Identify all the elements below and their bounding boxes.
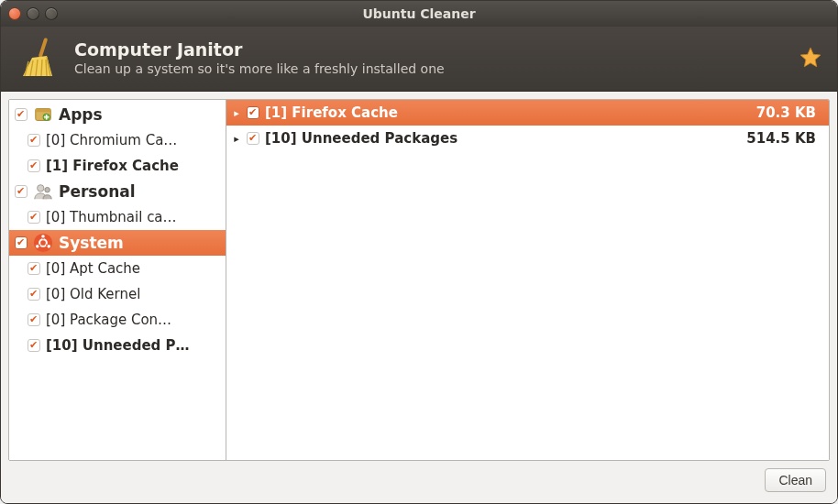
window-title: Ubuntu Cleaner — [1, 6, 837, 21]
row-size: 514.5 KB — [746, 130, 816, 147]
sidebar-item-label: [10] Unneeded P… — [46, 337, 220, 354]
sidebar-item-label: [1] Firefox Cache — [46, 158, 220, 174]
favorite-star-icon[interactable] — [799, 46, 822, 70]
checkbox[interactable] — [28, 211, 40, 224]
content-area: Apps[0] Chromium Ca…[1] Firefox CachePer… — [1, 92, 837, 503]
broom-icon — [16, 36, 60, 80]
apps-icon — [33, 104, 53, 125]
sidebar-item[interactable]: [10] Unneeded P… — [9, 333, 226, 358]
checkbox[interactable] — [15, 236, 28, 249]
close-button[interactable] — [8, 7, 21, 20]
svg-point-5 — [45, 187, 50, 192]
checkbox[interactable] — [28, 288, 40, 301]
expand-triangle-icon[interactable]: ▸ — [232, 107, 241, 119]
window-controls — [8, 7, 58, 20]
sidebar-item[interactable]: [0] Apt Cache — [9, 256, 226, 281]
titlebar[interactable]: Ubuntu Cleaner — [1, 1, 837, 27]
checkbox[interactable] — [247, 106, 259, 119]
header-text: Computer Janitor Clean up a system so it… — [74, 39, 784, 76]
sidebar-item[interactable]: [0] Thumbnail ca… — [9, 204, 226, 230]
sidebar-item[interactable]: [0] Chromium Ca… — [9, 127, 226, 153]
split-panes: Apps[0] Chromium Ca…[1] Firefox CachePer… — [8, 99, 830, 461]
checkbox[interactable] — [247, 132, 259, 145]
category-label: System — [59, 234, 220, 252]
list-row[interactable]: ▸[10] Unneeded Packages514.5 KB — [226, 126, 829, 151]
page-header: Computer Janitor Clean up a system so it… — [1, 27, 837, 92]
svg-point-4 — [38, 185, 44, 192]
sidebar-item[interactable]: [0] Old Kernel — [9, 281, 226, 307]
checkbox[interactable] — [15, 185, 28, 198]
sidebar-category-apps[interactable]: Apps — [9, 102, 226, 127]
system-icon — [33, 233, 53, 253]
sidebar-item-label: [0] Apt Cache — [46, 260, 220, 277]
minimize-button[interactable] — [27, 7, 39, 20]
page-subtitle: Clean up a system so it's more like a fr… — [74, 61, 784, 76]
sidebar-category-personal[interactable]: Personal — [9, 179, 226, 204]
category-sidebar: Apps[0] Chromium Ca…[1] Firefox CachePer… — [9, 100, 226, 460]
clean-button[interactable]: Clean — [765, 468, 826, 492]
page-title: Computer Janitor — [74, 39, 784, 60]
maximize-button[interactable] — [45, 7, 58, 20]
checkbox[interactable] — [28, 339, 40, 352]
sidebar-item-label: [0] Package Con… — [46, 312, 220, 328]
app-window: Ubuntu Cleaner Computer Janitor Clean up… — [0, 0, 838, 504]
checkbox[interactable] — [28, 159, 40, 172]
svg-rect-0 — [39, 38, 49, 58]
checkbox[interactable] — [28, 313, 40, 326]
personal-icon — [33, 181, 53, 202]
sidebar-item-label: [0] Old Kernel — [46, 286, 220, 302]
expand-triangle-icon[interactable]: ▸ — [232, 133, 241, 145]
results-list: ▸[1] Firefox Cache70.3 KB▸[10] Unneeded … — [226, 100, 829, 460]
checkbox[interactable] — [28, 134, 40, 147]
row-label: [10] Unneeded Packages — [265, 130, 741, 147]
list-row[interactable]: ▸[1] Firefox Cache70.3 KB — [226, 100, 829, 126]
sidebar-category-system[interactable]: System — [9, 230, 226, 256]
checkbox[interactable] — [15, 108, 28, 121]
footer: Clean — [8, 461, 830, 496]
row-size: 70.3 KB — [756, 104, 816, 121]
category-label: Apps — [59, 105, 220, 124]
checkbox[interactable] — [28, 262, 40, 275]
sidebar-item-label: [0] Chromium Ca… — [46, 132, 220, 148]
svg-point-8 — [41, 235, 45, 238]
sidebar-item-label: [0] Thumbnail ca… — [46, 209, 220, 225]
sidebar-item[interactable]: [0] Package Con… — [9, 307, 226, 333]
category-label: Personal — [59, 182, 220, 201]
sidebar-item[interactable]: [1] Firefox Cache — [9, 153, 226, 179]
svg-rect-2 — [36, 109, 51, 113]
row-label: [1] Firefox Cache — [265, 104, 751, 121]
